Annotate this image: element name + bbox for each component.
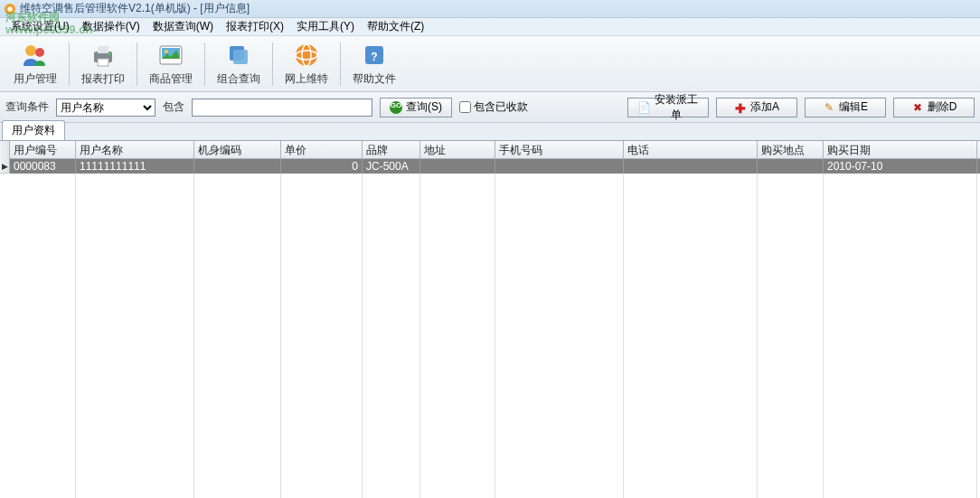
col-purchase-loc[interactable]: 购买地点 [758, 141, 824, 158]
users-icon [21, 41, 50, 70]
install-order-button[interactable]: 📄 安装派工单 [627, 98, 709, 117]
col-purchase-date[interactable]: 购买日期 [824, 141, 977, 158]
table-row[interactable]: 0000083 11111111111 0 JC-500A 2010-07-10 [10, 159, 980, 174]
tool-combo-query[interactable]: 组合查询 [209, 38, 269, 90]
menu-tools[interactable]: 实用工具(Y) [291, 18, 360, 35]
col-phone[interactable]: 电话 [624, 141, 758, 158]
cell-machine-code [194, 159, 281, 174]
toolbar: 用户管理 报表打印 商品管理 组合查询 网上维特 ? 帮助文件 [0, 36, 980, 92]
grid-header: 用户编号 用户名称 机身编码 单价 品牌 地址 手机号码 电话 购买地点 购买日… [10, 141, 980, 159]
include-paid-checkbox[interactable]: 包含已收款 [459, 99, 528, 115]
search-input[interactable] [192, 99, 372, 117]
col-user-name[interactable]: 用户名称 [76, 141, 194, 158]
document-icon: 📄 [637, 101, 650, 114]
tool-user-mgmt[interactable]: 用户管理 [5, 38, 65, 90]
svg-point-3 [35, 48, 44, 57]
cell-user-name: 11111111111 [76, 159, 194, 174]
col-price[interactable]: 单价 [281, 141, 363, 158]
col-address[interactable]: 地址 [420, 141, 495, 158]
svg-point-7 [108, 53, 111, 56]
printer-icon [89, 41, 118, 70]
add-button[interactable]: ✚ 添加A [716, 98, 797, 117]
cell-address [420, 159, 495, 174]
svg-point-2 [25, 45, 36, 56]
go-icon: GO [390, 101, 402, 114]
cell-phone [624, 159, 758, 174]
col-user-id[interactable]: 用户编号 [10, 141, 76, 158]
cell-user-id: 0000083 [10, 159, 76, 174]
menu-help[interactable]: 帮助文件(Z) [362, 18, 429, 35]
svg-rect-5 [98, 46, 108, 53]
menu-data-ops[interactable]: 数据操作(V) [77, 18, 146, 35]
menu-report-print[interactable]: 报表打印(X) [221, 18, 289, 35]
help-icon: ? [360, 41, 389, 70]
cell-price: 0 [281, 159, 363, 174]
svg-point-1 [7, 6, 12, 11]
layers-icon [224, 41, 253, 70]
col-machine-code[interactable]: 机身编码 [194, 141, 281, 158]
tool-product-mgmt[interactable]: 商品管理 [141, 38, 201, 90]
edit-icon: ✎ [823, 101, 835, 114]
search-condition-label: 查询条件 [5, 99, 49, 115]
window-title: 维特空调售后管理软件V2.1(单机版) - [用户信息] [20, 1, 250, 16]
data-grid: 用户编号 用户名称 机身编码 单价 品牌 地址 手机号码 电话 购买地点 购买日… [0, 141, 980, 498]
cell-purchase-loc [758, 159, 824, 174]
col-brand[interactable]: 品牌 [363, 141, 420, 158]
tool-report-print[interactable]: 报表打印 [73, 38, 133, 90]
svg-point-13 [296, 44, 317, 66]
row-indicator-icon: ▶ [0, 159, 10, 174]
query-button[interactable]: GO 查询(S) [380, 98, 452, 117]
menubar: 系统设置(U) 数据操作(V) 数据查询(W) 报表打印(X) 实用工具(Y) … [0, 18, 980, 36]
picture-icon [156, 41, 185, 70]
tool-help[interactable]: ? 帮助文件 [344, 38, 404, 90]
tab-user-data[interactable]: 用户资料 [2, 120, 65, 140]
tab-strip: 用户资料 [0, 123, 980, 141]
delete-button[interactable]: ✖ 删除D [893, 98, 975, 117]
delete-icon: ✖ [911, 101, 924, 114]
svg-point-10 [165, 50, 168, 53]
svg-text:?: ? [371, 51, 377, 63]
cell-purchase-date: 2010-07-10 [824, 159, 977, 174]
plus-icon: ✚ [734, 101, 747, 114]
app-icon [4, 3, 16, 15]
edit-button[interactable]: ✎ 编辑E [805, 98, 886, 117]
cell-mobile [495, 159, 624, 174]
search-field-select[interactable]: 用户名称 [56, 99, 155, 117]
search-contains-label: 包含 [163, 99, 184, 115]
svg-rect-12 [233, 50, 248, 64]
col-mobile[interactable]: 手机号码 [495, 141, 624, 158]
menu-system[interactable]: 系统设置(U) [5, 18, 75, 35]
tool-online[interactable]: 网上维特 [277, 38, 336, 90]
svg-rect-6 [98, 59, 108, 66]
cell-brand: JC-500A [363, 159, 420, 174]
menu-data-query[interactable]: 数据查询(W) [147, 18, 219, 35]
globe-icon [292, 41, 321, 70]
searchbar: 查询条件 用户名称 包含 GO 查询(S) 包含已收款 📄 安装派工单 ✚ 添加… [0, 92, 980, 123]
titlebar: 维特空调售后管理软件V2.1(单机版) - [用户信息] [0, 0, 980, 18]
